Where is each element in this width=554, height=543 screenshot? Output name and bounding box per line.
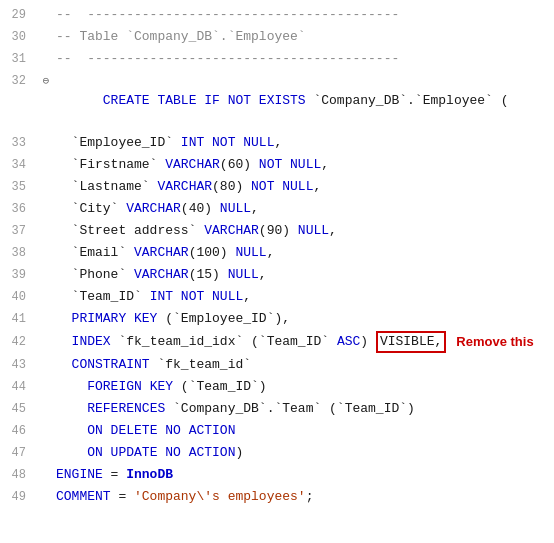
- line-44: 44 FOREIGN KEY (`Team_ID`): [0, 376, 554, 398]
- line-45: 45 REFERENCES `Company_DB`.`Team` (`Team…: [0, 398, 554, 420]
- line-48: 48 ENGINE = InnoDB: [0, 464, 554, 486]
- remove-label: Remove this: [456, 332, 533, 352]
- line-38: 38 `Email` VARCHAR(100) NULL,: [0, 242, 554, 264]
- line-33: 33 `Employee_ID` INT NOT NULL,: [0, 132, 554, 154]
- line-46: 46 ON DELETE NO ACTION: [0, 420, 554, 442]
- line-31: 31 -- ----------------------------------…: [0, 48, 554, 70]
- line-41: 41 PRIMARY KEY (`Employee_ID`),: [0, 308, 554, 330]
- line-29: 29 -- ----------------------------------…: [0, 4, 554, 26]
- line-43: 43 CONSTRAINT `fk_team_id`: [0, 354, 554, 376]
- code-editor: 29 -- ----------------------------------…: [0, 0, 554, 512]
- line-32: 32 ⊖ CREATE TABLE IF NOT EXISTS `Company…: [0, 70, 554, 132]
- line-30: 30 -- Table `Company_DB`.`Employee`: [0, 26, 554, 48]
- visible-highlight: VISIBLE,: [376, 331, 446, 353]
- line-40: 40 `Team_ID` INT NOT NULL,: [0, 286, 554, 308]
- line-39: 39 `Phone` VARCHAR(15) NULL,: [0, 264, 554, 286]
- line-35: 35 `Lastname` VARCHAR(80) NOT NULL,: [0, 176, 554, 198]
- line-34: 34 `Firstname` VARCHAR(60) NOT NULL,: [0, 154, 554, 176]
- line-42: 42 INDEX `fk_team_id_idx` (`Team_ID` ASC…: [0, 330, 554, 354]
- line-36: 36 `City` VARCHAR(40) NULL,: [0, 198, 554, 220]
- line-49: 49 COMMENT = 'Company\'s employees';: [0, 486, 554, 508]
- line-37: 37 `Street address` VARCHAR(90) NULL,: [0, 220, 554, 242]
- line-47: 47 ON UPDATE NO ACTION): [0, 442, 554, 464]
